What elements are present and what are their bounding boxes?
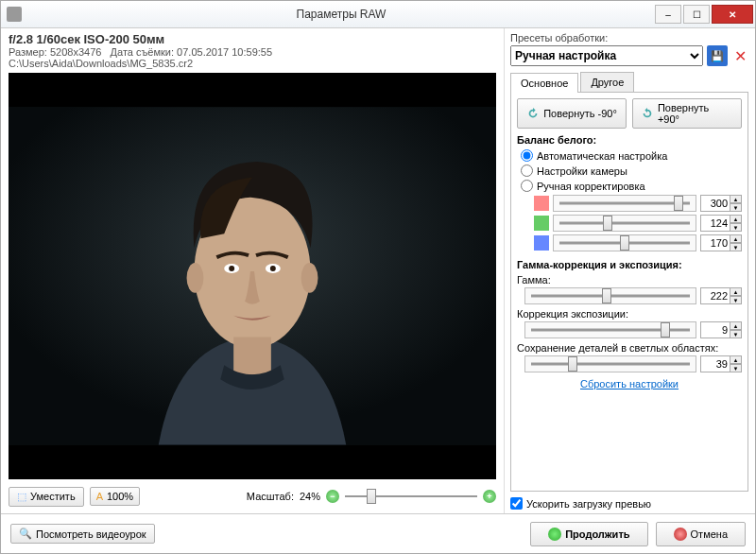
- wb-red-input[interactable]: [700, 195, 730, 212]
- size-value: 5208x3476: [50, 46, 101, 58]
- size-label: Размер:: [9, 46, 47, 58]
- wb-green-slider[interactable]: [553, 215, 696, 232]
- save-preset-button[interactable]: 💾: [707, 45, 728, 66]
- image-metadata: f/2.8 1/60сек ISO-200 50мм Размер: 5208x…: [9, 32, 496, 69]
- cancel-button[interactable]: Отмена: [656, 522, 746, 546]
- image-preview: [9, 73, 496, 479]
- reset-link[interactable]: Сбросить настройки: [517, 378, 742, 390]
- rotate-left-icon: [526, 107, 540, 120]
- date-label: Дата съёмки:: [111, 46, 174, 58]
- watch-tutorial-button[interactable]: 🔍 Посмотреть видеоурок: [10, 524, 155, 544]
- tutorial-icon: 🔍: [19, 528, 32, 540]
- wb-blue-spin[interactable]: ▲▼: [730, 234, 742, 251]
- window-title: Параметры RAW: [27, 8, 655, 21]
- exposure-slider[interactable]: [524, 321, 696, 338]
- ok-icon: [548, 528, 561, 541]
- rotate-right-icon: [641, 107, 654, 120]
- exposure-heading: f/2.8 1/60сек ISO-200 50мм: [9, 32, 496, 46]
- continue-button[interactable]: Продолжить: [530, 522, 647, 546]
- gamma-label: Гамма:: [517, 274, 742, 286]
- highlight-slider[interactable]: [524, 355, 696, 372]
- wb-auto-radio[interactable]: Автоматическая настройка: [521, 149, 742, 162]
- tab-other[interactable]: Другое: [580, 72, 634, 92]
- svg-point-6: [229, 266, 234, 271]
- delete-preset-button[interactable]: ✕: [731, 47, 748, 64]
- date-value: 07.05.2017 10:59:55: [177, 46, 272, 58]
- scale-label: Масштаб:: [247, 491, 294, 502]
- wb-green-spin[interactable]: ▲▼: [730, 215, 742, 232]
- file-path: C:\Users\Aida\Downloads\MG_5835.cr2: [9, 58, 496, 69]
- wb-blue-input[interactable]: [700, 234, 730, 251]
- wb-red-spin[interactable]: ▲▼: [730, 195, 742, 212]
- rotate-left-button[interactable]: Повернуть -90°: [517, 98, 627, 129]
- gamma-input[interactable]: [700, 287, 730, 304]
- wb-red-slider[interactable]: [553, 195, 696, 212]
- exposure-input[interactable]: [700, 321, 730, 338]
- cancel-icon: [674, 528, 687, 541]
- highlight-label: Сохранение деталей в светлых областях:: [517, 342, 742, 354]
- app-icon: [7, 7, 22, 22]
- wb-camera-radio[interactable]: Настройки камеры: [521, 164, 742, 177]
- presets-label: Пресеты обработки:: [510, 32, 748, 43]
- zoom-slider[interactable]: [345, 489, 477, 504]
- gamma-spin[interactable]: ▲▼: [730, 287, 742, 304]
- titlebar: Параметры RAW – ☐ ✕: [1, 1, 755, 28]
- tab-main[interactable]: Основное: [510, 73, 578, 93]
- fit-button[interactable]: ⬚Уместить: [9, 487, 84, 507]
- wb-blue-slider[interactable]: [553, 234, 696, 251]
- scale-value: 24%: [300, 491, 320, 502]
- green-swatch: [534, 216, 549, 231]
- accelerate-preview-checkbox[interactable]: Ускорить загрузку превью: [510, 497, 748, 510]
- zoom-in-button[interactable]: +: [483, 490, 496, 503]
- close-button[interactable]: ✕: [712, 5, 753, 24]
- wb-manual-radio[interactable]: Ручная корректировка: [521, 180, 742, 192]
- svg-point-4: [301, 263, 318, 293]
- zoom-100-button[interactable]: A 100%: [90, 487, 140, 506]
- red-swatch: [534, 196, 549, 211]
- zoom-out-button[interactable]: −: [326, 490, 339, 503]
- exposure-spin[interactable]: ▲▼: [730, 321, 742, 338]
- highlight-spin[interactable]: ▲▼: [730, 355, 742, 372]
- blue-swatch: [534, 235, 549, 251]
- gamma-slider[interactable]: [524, 287, 696, 304]
- exposure-label: Коррекция экспозиции:: [517, 308, 742, 320]
- svg-point-3: [187, 263, 204, 293]
- minimize-button[interactable]: –: [655, 5, 681, 24]
- presets-select[interactable]: Ручная настройка: [510, 45, 703, 66]
- highlight-input[interactable]: [700, 355, 730, 372]
- svg-point-8: [270, 266, 276, 271]
- wb-green-input[interactable]: [700, 215, 730, 232]
- wb-title: Баланс белого:: [517, 134, 742, 146]
- gamma-title: Гамма-коррекция и экспозиция:: [517, 259, 742, 270]
- maximize-button[interactable]: ☐: [683, 5, 710, 24]
- rotate-right-button[interactable]: Повернуть +90°: [632, 98, 742, 129]
- svg-rect-9: [233, 338, 271, 375]
